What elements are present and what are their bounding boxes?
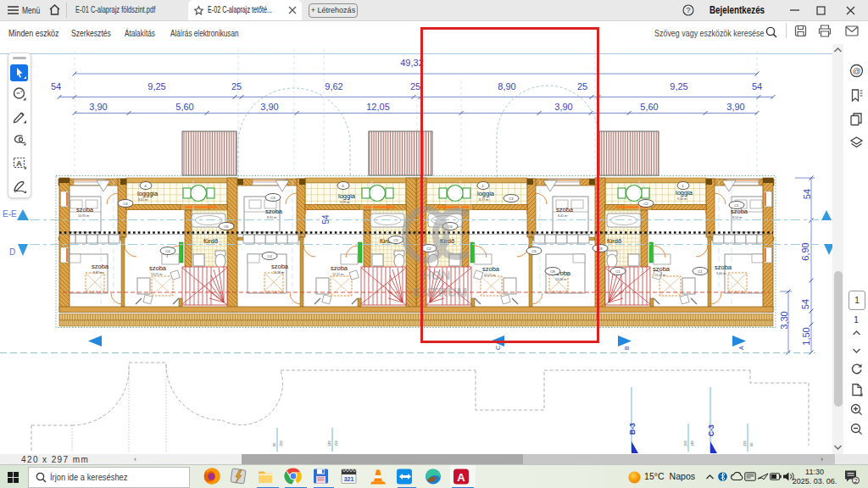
- svg-text:12,21 m²: 12,21 m²: [332, 273, 345, 276]
- svg-text:13,21 m²: 13,21 m²: [151, 273, 164, 276]
- svg-text:A: A: [16, 159, 22, 168]
- svg-text:54: 54: [321, 214, 331, 225]
- svg-text:8,54 m²: 8,54 m²: [732, 216, 743, 219]
- svg-text:9,00 m²: 9,00 m²: [716, 272, 727, 275]
- svg-text:C: C: [495, 346, 501, 350]
- svg-text:A: A: [738, 346, 744, 350]
- svg-text:loggia: loggia: [676, 189, 693, 197]
- svg-text:8,91 m²: 8,91 m²: [267, 216, 278, 219]
- svg-text:C6: C6: [224, 225, 229, 229]
- svg-text:120: 120: [327, 441, 331, 446]
- svg-text:54: 54: [51, 81, 61, 92]
- svg-text:@: @: [853, 66, 861, 75]
- svg-text:C5: C5: [393, 238, 398, 242]
- svg-text:3,90: 3,90: [726, 102, 744, 112]
- svg-text:1,50: 1,50: [801, 327, 811, 345]
- svg-text:3.: 3.: [342, 184, 345, 188]
- svg-text:fürdő: fürdő: [607, 237, 621, 245]
- svg-text:50: 50: [272, 442, 276, 446]
- svg-text:C-3: C-3: [707, 424, 715, 436]
- svg-text:D: D: [9, 247, 15, 257]
- svg-text:13,22 m²: 13,22 m²: [654, 274, 667, 277]
- svg-text:logggia: logggia: [137, 190, 159, 197]
- svg-text:8,61 m²: 8,61 m²: [138, 198, 149, 202]
- svg-text:150: 150: [683, 441, 687, 446]
- svg-text:3,90: 3,90: [260, 102, 278, 112]
- svg-text:szoba: szoba: [149, 264, 167, 272]
- svg-text:50: 50: [749, 442, 754, 446]
- svg-text:B-3: B-3: [628, 423, 637, 435]
- svg-text:9,10 m²: 9,10 m²: [677, 197, 688, 201]
- svg-text:6,90: 6,90: [800, 242, 810, 260]
- svg-text:C4: C4: [165, 249, 170, 253]
- svg-text:13,28 m²: 13,28 m²: [273, 271, 286, 274]
- svg-text:5,60: 5,60: [175, 102, 193, 112]
- svg-text:C3: C3: [270, 196, 275, 200]
- svg-text:szoba: szoba: [331, 264, 348, 272]
- svg-text:150: 150: [743, 441, 747, 446]
- svg-text:9,25: 9,25: [147, 81, 165, 92]
- svg-text:12,05: 12,05: [366, 102, 390, 112]
- svg-text:150: 150: [334, 441, 338, 446]
- svg-text:loggia: loggia: [338, 192, 356, 200]
- svg-text:szoba: szoba: [271, 263, 289, 270]
- svg-text:9,25: 9,25: [670, 81, 687, 92]
- svg-text:szoba: szoba: [715, 263, 732, 271]
- svg-text:9,79 m²: 9,79 m²: [340, 201, 351, 204]
- svg-text:C1: C1: [615, 269, 620, 274]
- svg-text:2: 2: [854, 477, 857, 485]
- svg-text:E-E: E-E: [3, 209, 17, 219]
- svg-text:fürdő: fürdő: [203, 237, 218, 245]
- svg-text:C2: C2: [643, 202, 648, 206]
- svg-text:C4: C4: [123, 202, 128, 206]
- svg-text:10,95 m²: 10,95 m²: [78, 214, 91, 218]
- svg-text:9,62: 9,62: [325, 81, 342, 92]
- svg-text:54: 54: [752, 81, 762, 92]
- svg-text:C1: C1: [698, 269, 703, 274]
- svg-text:5,60: 5,60: [640, 102, 658, 112]
- svg-text:4.: 4.: [144, 184, 147, 188]
- svg-text:szoba: szoba: [265, 208, 283, 215]
- svg-text:szoba: szoba: [76, 206, 94, 214]
- svg-text:1.: 1.: [682, 184, 685, 188]
- svg-text:150: 150: [279, 441, 283, 446]
- svg-text:C1: C1: [734, 203, 739, 208]
- svg-text:szoba: szoba: [92, 263, 109, 270]
- svg-text:szoba: szoba: [653, 265, 670, 273]
- svg-text:120: 120: [690, 441, 694, 446]
- svg-text:C4: C4: [267, 254, 272, 258]
- svg-text:B: B: [624, 346, 630, 350]
- svg-text:54: 54: [802, 189, 812, 199]
- svg-text:321: 321: [344, 476, 354, 482]
- svg-text:54: 54: [800, 299, 810, 309]
- svg-text:3,90: 3,90: [89, 102, 107, 112]
- svg-text:?: ?: [686, 6, 690, 14]
- svg-text:3,30: 3,30: [779, 311, 789, 329]
- svg-text:25: 25: [410, 81, 420, 92]
- svg-text:8,87 m²: 8,87 m²: [93, 271, 104, 274]
- svg-text:A: A: [457, 471, 465, 484]
- svg-text:25: 25: [231, 81, 242, 92]
